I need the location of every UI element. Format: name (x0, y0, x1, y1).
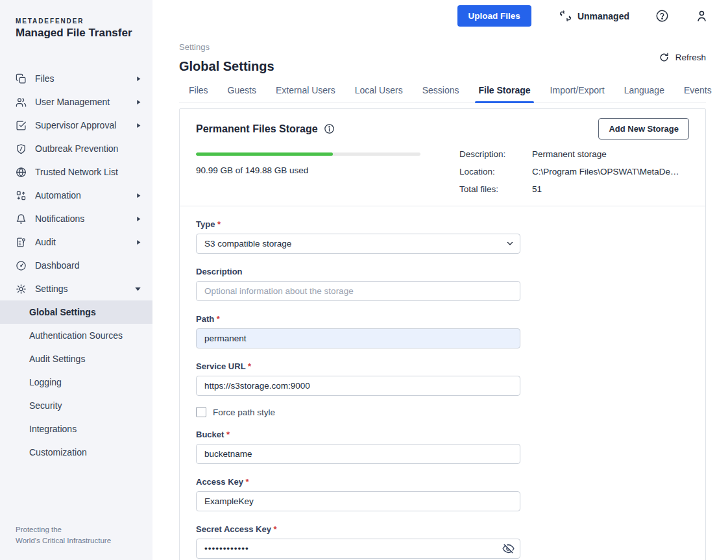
refresh-button[interactable]: Refresh (659, 52, 706, 63)
storage-card-title: Permanent Files Storage (196, 123, 335, 135)
sidebar-subitem-integrations[interactable]: Integrations (0, 417, 152, 441)
user-account-icon[interactable] (695, 9, 709, 23)
detail-label: Description: (459, 149, 532, 159)
dashboard-icon (16, 260, 27, 271)
content: Settings Global Settings Refresh FilesGu… (152, 32, 728, 560)
type-select[interactable]: S3 compatible storage (196, 234, 520, 254)
sidebar-item-settings[interactable]: Settings (0, 277, 152, 300)
sidebar-item-notifications[interactable]: Notifications (0, 207, 152, 230)
sidebar-subitem-logging[interactable]: Logging (0, 371, 152, 394)
info-icon[interactable] (324, 123, 335, 134)
secret-access-key-label: Secret Access Key (196, 524, 520, 534)
eye-off-icon[interactable] (502, 542, 515, 555)
tab-events[interactable]: Events (674, 85, 722, 103)
storage-usage: 90.99 GB of 149.88 GB used (196, 147, 420, 194)
tab-local-users[interactable]: Local Users (345, 85, 413, 103)
sidebar-subitem-authentication-sources[interactable]: Authentication Sources (0, 324, 152, 347)
access-key-input[interactable] (196, 491, 520, 511)
access-key-label: Access Key (196, 477, 520, 487)
sidebar-subitem-audit-settings[interactable]: Audit Settings (0, 347, 152, 371)
field-secret-access-key: Secret Access Key (196, 524, 520, 559)
field-access-key: Access Key (196, 477, 520, 511)
add-new-storage-outline-button[interactable]: Add New Storage (598, 118, 689, 140)
detail-value: 51 (532, 184, 689, 194)
field-bucket: Bucket (196, 430, 520, 464)
brand-eyebrow: METADEFENDER (16, 18, 152, 25)
brand-name: Managed File Transfer (16, 27, 152, 40)
storage-details: Description:Permanent storageLocation:C:… (459, 147, 689, 194)
description-input[interactable] (196, 281, 520, 301)
refresh-label: Refresh (675, 53, 706, 62)
broken-link-icon (559, 10, 572, 22)
topbar: Upload Files Unmanaged (152, 0, 728, 32)
field-path: Path (196, 314, 520, 348)
users-icon (16, 97, 27, 108)
chevron-right-icon (136, 123, 141, 128)
tab-external-users[interactable]: External Users (266, 85, 345, 103)
sidebar-item-outbreak-prevention[interactable]: Outbreak Prevention (0, 137, 152, 160)
sidebar-item-label: Trusted Network List (35, 167, 141, 177)
sidebar-item-audit[interactable]: Audit (0, 230, 152, 254)
tab-import-export[interactable]: Import/Export (540, 85, 614, 103)
page-header: Settings Global Settings Refresh (179, 42, 706, 74)
sidebar-item-user-management[interactable]: User Management (0, 90, 152, 114)
force-path-style-checkbox[interactable] (196, 407, 206, 417)
sidebar-item-label: Settings (35, 284, 134, 294)
detail-label: Location: (459, 167, 532, 177)
secret-access-key-input[interactable] (196, 539, 520, 559)
tab-bar: FilesGuestsExternal UsersLocal UsersSess… (179, 85, 706, 103)
detail-value: Permanent storage (532, 149, 689, 159)
chevron-down-icon (134, 286, 141, 293)
approval-icon (16, 120, 27, 131)
force-path-style-label: Force path style (213, 408, 275, 417)
storage-usage-row: 90.99 GB of 149.88 GB used Description:P… (180, 146, 705, 206)
sidebar-item-label: Notifications (35, 213, 136, 224)
bucket-input[interactable] (196, 444, 520, 464)
main-area: Upload Files Unmanaged Settings Global S… (152, 0, 728, 560)
type-label: Type (196, 219, 520, 229)
sidebar-item-supervisor-approval[interactable]: Supervisor Approval (0, 114, 152, 137)
help-icon[interactable] (655, 9, 669, 23)
chevron-right-icon (136, 99, 141, 105)
service-url-input[interactable] (196, 376, 520, 396)
tab-sessions[interactable]: Sessions (413, 85, 469, 103)
sidebar-item-label: Outbreak Prevention (35, 143, 141, 154)
detail-label: Total files: (459, 184, 532, 194)
chevron-right-icon (136, 193, 141, 199)
refresh-icon (659, 52, 670, 63)
tab-guests[interactable]: Guests (218, 85, 266, 103)
audit-icon (16, 237, 27, 248)
sidebar-subitem-global-settings[interactable]: Global Settings (0, 300, 152, 324)
sidebar-item-label: User Management (35, 97, 136, 107)
automation-icon (16, 190, 27, 201)
chevron-right-icon (136, 239, 141, 245)
globe-icon (16, 167, 27, 178)
unmanaged-label: Unmanaged (577, 11, 629, 21)
sidebar-subitem-customization[interactable]: Customization (0, 441, 152, 464)
sidebar-item-label: Dashboard (35, 260, 141, 271)
sidebar-item-label: Supervisor Approval (35, 120, 136, 130)
path-label: Path (196, 314, 520, 324)
sidebar-item-automation[interactable]: Automation (0, 184, 152, 207)
sidebar-subitem-security[interactable]: Security (0, 394, 152, 417)
sidebar-item-dashboard[interactable]: Dashboard (0, 254, 152, 277)
upload-files-button[interactable]: Upload Files (457, 5, 531, 27)
breadcrumb[interactable]: Settings (179, 42, 706, 52)
bell-icon (16, 213, 27, 225)
sidebar-item-trusted-network-list[interactable]: Trusted Network List (0, 160, 152, 184)
tab-files[interactable]: Files (179, 85, 218, 103)
sidebar-item-files[interactable]: Files (0, 67, 152, 90)
service-url-label: Service URL (196, 361, 520, 371)
chevron-right-icon (136, 76, 141, 82)
bucket-label: Bucket (196, 430, 520, 439)
path-input[interactable] (196, 328, 520, 348)
unmanaged-status[interactable]: Unmanaged (559, 10, 629, 22)
sidebar: METADEFENDER Managed File Transfer Files… (0, 0, 152, 560)
tab-file-storage[interactable]: File Storage (468, 85, 540, 103)
gear-icon (16, 284, 27, 295)
sidebar-item-label: Audit (35, 237, 136, 247)
tab-language[interactable]: Language (614, 85, 674, 103)
sidebar-tagline: Protecting the World's Critical Infrastr… (16, 524, 111, 547)
field-force-path-style: Force path style (196, 407, 689, 417)
sidebar-nav: FilesUser ManagementSupervisor ApprovalO… (0, 67, 152, 464)
